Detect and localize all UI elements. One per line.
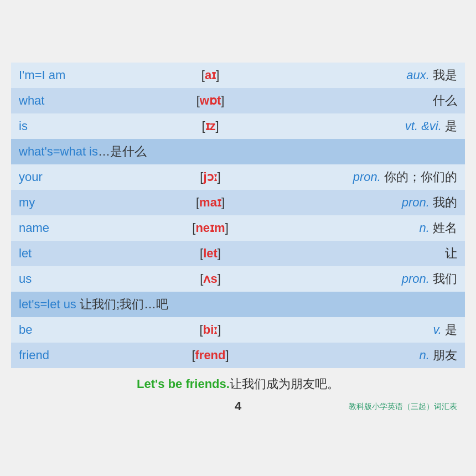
pos-label: n. xyxy=(420,221,430,235)
meaning-text: 我的 xyxy=(433,195,457,209)
table-row: is[ɪz]vt. &vi. 是 xyxy=(11,113,465,139)
phonetic-cell: [wɒt] xyxy=(155,88,266,113)
pos-label: vt. &vi. xyxy=(405,119,442,133)
page-credit: 教科版小学英语（三起）词汇表 xyxy=(349,402,457,411)
phonetic-bracket-close: ] xyxy=(216,68,219,82)
vocabulary-page: I'm=I am[aɪ]aux. 我是what[wɒt]什么is[ɪz]vt. … xyxy=(11,57,465,419)
meaning-cell: pron. 我的 xyxy=(266,190,465,215)
meaning-cell: 什么 xyxy=(266,88,465,113)
phoneme: maɪ xyxy=(199,195,221,209)
phonetic-cell: [frend] xyxy=(155,343,266,368)
phoneme: let xyxy=(203,246,218,260)
phoneme: frend xyxy=(195,348,226,362)
table-row: name[neɪm]n. 姓名 xyxy=(11,215,465,241)
phonetic-bracket-close: ] xyxy=(218,272,221,286)
meaning-cell: pron. 你的；你们的 xyxy=(266,164,465,190)
phonetic-cell: [aɪ] xyxy=(155,63,266,88)
phoneme: ɪz xyxy=(205,119,216,133)
phoneme: ʌs xyxy=(203,272,217,286)
meaning-text: 朋友 xyxy=(433,348,457,362)
phrase-row: let's=let us 让我们;我们…吧 xyxy=(11,292,465,317)
phrase-chinese: 是什么 xyxy=(110,144,147,158)
table-row: us[ʌs]pron. 我们 xyxy=(11,266,465,292)
footer-sentence-row: Let's be friends.让我们成为朋友吧。 xyxy=(11,368,465,395)
phonetic-bracket-close: ] xyxy=(221,94,224,107)
meaning-cell: pron. 我们 xyxy=(266,266,465,292)
word-cell: my xyxy=(11,190,155,215)
meaning-cell: n. 姓名 xyxy=(266,215,465,241)
meaning-cell: n. 朋友 xyxy=(266,343,465,368)
phoneme: neɪm xyxy=(195,221,225,235)
word-cell: name xyxy=(11,215,155,241)
phrase-cell: what's=what is…是什么 xyxy=(11,139,465,164)
pos-label: pron. xyxy=(353,170,381,184)
phoneme: wɒt xyxy=(200,94,221,107)
meaning-text: 你的；你们的 xyxy=(384,170,457,184)
word-cell: friend xyxy=(11,343,155,368)
meaning-cell: vt. &vi. 是 xyxy=(266,113,465,139)
pos-label: pron. xyxy=(402,272,430,286)
phrase-chinese: 让我们;我们…吧 xyxy=(80,297,168,311)
word-cell: what xyxy=(11,88,155,113)
phonetic-cell: [neɪm] xyxy=(155,215,266,241)
table-row: be[biː]v. 是 xyxy=(11,317,465,343)
phrase-dots: … xyxy=(98,144,110,158)
phonetic-bracket-close: ] xyxy=(216,119,219,133)
word-cell: is xyxy=(11,113,155,139)
phonetic-cell: [let] xyxy=(155,241,266,266)
phrase-cell: let's=let us 让我们;我们…吧 xyxy=(11,292,465,317)
table-row: let[let]让 xyxy=(11,241,465,266)
meaning-cell: 让 xyxy=(266,241,465,266)
phonetic-bracket-close: ] xyxy=(218,170,221,184)
table-row: my[maɪ]pron. 我的 xyxy=(11,190,465,215)
footer-sentence-zh: 让我们成为朋友吧。 xyxy=(230,377,339,391)
phonetic-cell: [maɪ] xyxy=(155,190,266,215)
word-cell: your xyxy=(11,164,155,190)
pos-label: aux. xyxy=(406,68,430,82)
word-cell: I'm=I am xyxy=(11,63,155,88)
table-row: friend[frend]n. 朋友 xyxy=(11,343,465,368)
table-row: what[wɒt]什么 xyxy=(11,88,465,113)
phonetic-cell: [ʌs] xyxy=(155,266,266,292)
phonetic-bracket-close: ] xyxy=(221,195,225,209)
meaning-text: 是 xyxy=(445,119,457,133)
word-cell: let xyxy=(11,241,155,266)
meaning-cell: aux. 我是 xyxy=(266,63,465,88)
phonetic-cell: [ɪz] xyxy=(155,113,266,139)
pos-label: n. xyxy=(420,348,430,362)
phonetic-bracket-close: ] xyxy=(226,348,229,362)
phonetic-bracket-close: ] xyxy=(218,323,221,337)
phrase-english: what's=what is xyxy=(19,144,98,158)
phrase-english: let's=let us xyxy=(19,297,76,311)
phonetic-cell: [jɔː] xyxy=(155,164,266,190)
phoneme: biː xyxy=(203,323,218,337)
phonetic-bracket-close: ] xyxy=(218,246,221,260)
meaning-text: 姓名 xyxy=(433,221,457,235)
vocab-table: I'm=I am[aɪ]aux. 我是what[wɒt]什么is[ɪz]vt. … xyxy=(11,63,465,395)
page-number: 4 xyxy=(165,399,311,413)
phoneme: jɔː xyxy=(203,170,217,184)
word-cell: us xyxy=(11,266,155,292)
phrase-row: what's=what is…是什么 xyxy=(11,139,465,164)
pos-label: pron. xyxy=(402,195,430,209)
footer-sentence-en: Let's be friends. xyxy=(137,377,230,391)
meaning-text: 我们 xyxy=(433,272,457,286)
word-cell: be xyxy=(11,317,155,343)
meaning-text: 什么 xyxy=(433,94,457,107)
meaning-cell: v. 是 xyxy=(266,317,465,343)
meaning-text: 让 xyxy=(445,246,457,260)
meaning-text: 是 xyxy=(445,323,457,337)
meaning-text: 我是 xyxy=(433,68,457,82)
table-row: your[jɔː]pron. 你的；你们的 xyxy=(11,164,465,190)
phoneme: aɪ xyxy=(205,68,216,82)
table-row: I'm=I am[aɪ]aux. 我是 xyxy=(11,63,465,88)
phonetic-bracket-close: ] xyxy=(225,221,229,235)
pos-label: v. xyxy=(433,323,441,337)
phonetic-cell: [biː] xyxy=(155,317,266,343)
page-footer: 4 教科版小学英语（三起）词汇表 xyxy=(11,395,465,413)
